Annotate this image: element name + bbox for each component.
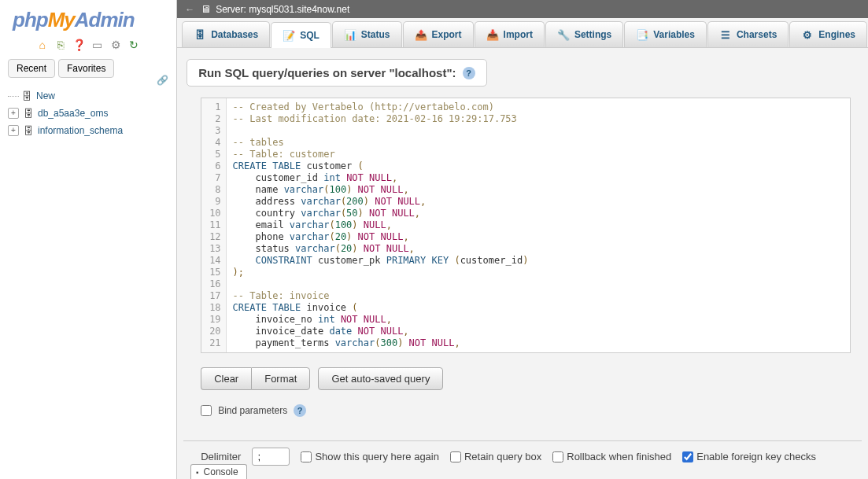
link-icon[interactable]: 🔗 xyxy=(157,75,168,86)
clear-format-group: Clear Format xyxy=(201,367,310,390)
home-icon[interactable]: ⌂ xyxy=(36,39,49,51)
help-icon[interactable]: ? xyxy=(463,67,475,79)
settings-icon[interactable]: ⚙ xyxy=(109,39,122,51)
console-label: Console xyxy=(204,466,238,477)
tab-databases[interactable]: 🗄Databases xyxy=(182,21,270,47)
format-button[interactable]: Format xyxy=(251,367,310,390)
tree-db-0[interactable]: + 🗄 db_a5aa3e_oms xyxy=(6,105,170,122)
bind-parameters-checkbox[interactable] xyxy=(201,405,212,416)
delimiter-input[interactable] xyxy=(252,448,290,466)
clear-button[interactable]: Clear xyxy=(201,367,251,390)
console-toggle[interactable]: ▪ Console xyxy=(190,464,247,479)
sql-icon[interactable]: ▭ xyxy=(91,39,104,51)
server-icon: 🖥 xyxy=(201,3,211,15)
db-tree: 🗄 New + 🗄 db_a5aa3e_oms + 🗄 information_… xyxy=(5,84,172,142)
engines-icon: ⚙ xyxy=(801,28,814,41)
panel-heading-text: Run SQL query/queries on server "localho… xyxy=(198,66,456,79)
tab-settings[interactable]: 🔧Settings xyxy=(545,21,623,47)
tab-status[interactable]: 📊Status xyxy=(332,21,402,47)
status-icon: 📊 xyxy=(344,28,356,41)
databases-icon: 🗄 xyxy=(194,28,206,41)
fk-checkbox[interactable] xyxy=(682,451,693,462)
tree-db-1[interactable]: + 🗄 information_schema xyxy=(6,122,170,139)
expand-icon[interactable]: + xyxy=(8,125,19,136)
content: Run SQL query/queries on server "localho… xyxy=(177,48,868,479)
reload-icon[interactable]: ↻ xyxy=(127,39,140,51)
recent-button[interactable]: Recent xyxy=(8,59,55,78)
auto-saved-button[interactable]: Get auto-saved query xyxy=(318,367,443,390)
bottom-bar: Delimiter Show this query here again Ret… xyxy=(183,440,862,472)
logo-part3: Admin xyxy=(75,8,135,31)
tab-variables[interactable]: 📑Variables xyxy=(624,21,707,47)
top-tabs: 🗄Databases 📝SQL 📊Status 📤Export 📥Import … xyxy=(177,18,868,48)
tree-db-label: db_a5aa3e_oms xyxy=(38,108,108,119)
tab-charsets[interactable]: ☰Charsets xyxy=(707,21,789,47)
tab-import[interactable]: 📥Import xyxy=(475,21,545,47)
delimiter-label: Delimiter xyxy=(201,451,241,462)
main: ← 🖥 Server: mysql5031.site4now.net 🗄Data… xyxy=(177,0,868,479)
panel-heading: Run SQL query/queries on server "localho… xyxy=(187,59,486,87)
show-again-option[interactable]: Show this query here again xyxy=(301,451,439,462)
collapse-icon[interactable]: ← xyxy=(185,4,194,15)
logo[interactable]: phpMyAdmin xyxy=(5,6,172,35)
expand-icon[interactable]: + xyxy=(8,108,19,119)
charsets-icon: ☰ xyxy=(719,28,732,41)
caret-up-icon: ▪ xyxy=(196,468,199,477)
topbar: ← 🖥 Server: mysql5031.site4now.net xyxy=(177,0,868,18)
bind-parameters-row: Bind parameters ? xyxy=(201,404,851,417)
variables-icon: 📑 xyxy=(636,28,648,41)
settings-tab-icon: 🔧 xyxy=(557,28,570,41)
logo-part1: php xyxy=(13,8,48,31)
import-icon: 📥 xyxy=(486,28,499,41)
rollback-checkbox[interactable] xyxy=(552,451,563,462)
tab-export[interactable]: 📤Export xyxy=(403,21,474,47)
sql-editor[interactable]: 123456789101112131415161718192021 -- Cre… xyxy=(201,98,851,353)
new-db-icon: 🗄 xyxy=(20,90,33,102)
logo-part2: My xyxy=(48,8,75,31)
server-link[interactable]: Server: mysql5031.site4now.net xyxy=(216,4,349,15)
tree-new[interactable]: 🗄 New xyxy=(6,87,170,105)
logout-icon[interactable]: ⎘ xyxy=(54,39,67,51)
help-icon[interactable]: ? xyxy=(294,404,306,417)
bind-parameters-label: Bind parameters xyxy=(218,405,287,416)
database-icon: 🗄 xyxy=(22,107,35,120)
favorites-button[interactable]: Favorites xyxy=(58,59,114,78)
tree-db-label: information_schema xyxy=(38,125,123,136)
tree-new-label: New xyxy=(36,90,55,101)
database-icon: 🗄 xyxy=(22,124,35,137)
sidebar: phpMyAdmin ⌂ ⎘ ❓ ▭ ⚙ ↻ Recent Favorites … xyxy=(0,0,177,479)
editor-code[interactable]: -- Created by Vertabelo (http://vertabel… xyxy=(227,98,535,352)
show-again-checkbox[interactable] xyxy=(301,451,312,462)
retain-checkbox[interactable] xyxy=(450,451,461,462)
fk-option[interactable]: Enable foreign key checks xyxy=(682,451,816,462)
tab-engines[interactable]: ⚙Engines xyxy=(789,21,867,47)
tab-sql[interactable]: 📝SQL xyxy=(271,22,331,48)
docs-icon[interactable]: ❓ xyxy=(72,39,85,51)
quick-icons: ⌂ ⎘ ❓ ▭ ⚙ ↻ xyxy=(5,35,172,59)
tree-line-icon xyxy=(8,96,19,97)
sql-tab-icon: 📝 xyxy=(283,29,295,42)
rollback-option[interactable]: Rollback when finished xyxy=(552,451,671,462)
editor-gutter: 123456789101112131415161718192021 xyxy=(201,98,226,352)
retain-option[interactable]: Retain query box xyxy=(450,451,541,462)
export-icon: 📤 xyxy=(415,28,427,41)
